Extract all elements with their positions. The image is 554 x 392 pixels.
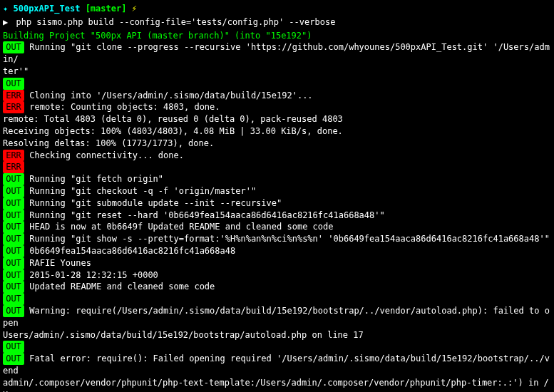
log-line: OUT 2015-01-28 12:32:15 +0000 — [3, 269, 554, 282]
out-tag: OUT — [3, 257, 24, 269]
out-tag: OUT — [3, 78, 24, 90]
log-text: ter'" — [3, 66, 29, 76]
command-text: php sismo.php build --config-file='tests… — [16, 17, 335, 27]
log-text: Receiving objects: 100% (4803/4803), 4.0… — [3, 126, 343, 136]
log-output: OUT Running "git clone --progress --recu… — [3, 41, 554, 392]
log-line: Users/admin/.sismo/data/build/15e192/boo… — [3, 329, 554, 341]
err-tag: ERR — [3, 90, 24, 102]
log-line: remote: Total 4803 (delta 0), reused 0 (… — [3, 113, 554, 125]
out-tag: OUT — [3, 305, 24, 317]
log-line: OUT — [3, 78, 554, 90]
out-tag: OUT — [3, 269, 24, 282]
err-tag: ERR — [3, 101, 24, 113]
log-line: OUT Fatal error: require(): Failed openi… — [3, 353, 554, 377]
log-text: Running "git submodule update --init --r… — [24, 198, 282, 208]
log-line: OUT Running "git show -s --pretty=format… — [3, 233, 554, 245]
err-tag: ERR — [3, 161, 24, 173]
log-line: OUT — [3, 293, 554, 305]
log-text: RAFIE Younes — [24, 258, 91, 268]
log-line: OUT RAFIE Younes — [3, 257, 554, 269]
log-line: OUT Running "git checkout -q -f 'origin/… — [3, 185, 554, 197]
log-text: remote: Total 4803 (delta 0), reused 0 (… — [3, 114, 343, 124]
log-line: admin/.composer/vendor/phpunit/php-text-… — [3, 377, 554, 392]
log-line: OUT Updated README and cleaned some code — [3, 281, 554, 293]
log-text: admin/.composer/vendor/phpunit/php-text-… — [3, 378, 549, 392]
log-text: Running "git clone --progress --recursiv… — [3, 42, 550, 64]
out-tag: OUT — [3, 245, 24, 257]
building-header: Building Project "500px API (master bran… — [3, 30, 554, 42]
lightning-icon: ⚡ — [132, 4, 137, 14]
log-text: Running "git checkout -q -f 'origin/mast… — [24, 186, 256, 196]
prompt-arrow: ▶ — [3, 16, 8, 29]
log-line: Resolving deltas: 100% (1773/1773), done… — [3, 138, 554, 150]
log-text: Running "git show -s --pretty=format:'%H… — [24, 234, 550, 244]
err-tag: ERR — [3, 150, 24, 162]
log-text: 2015-01-28 12:32:15 +0000 — [24, 270, 158, 280]
log-line: OUT — [3, 341, 554, 353]
log-text: 0b6649fea154aaca86d6416ac8216fc41a668a48 — [24, 246, 235, 256]
command-line: ▶ php sismo.php build --config-file='tes… — [3, 16, 554, 29]
out-tag: OUT — [3, 197, 24, 210]
git-branch: [master] — [86, 4, 127, 14]
log-text: HEAD is now at 0b6649f Updated README an… — [24, 222, 333, 232]
log-text: Fatal error: require(): Failed opening r… — [3, 354, 550, 376]
log-text: Cloning into '/Users/admin/.sismo/data/b… — [24, 91, 313, 100]
log-line: ERR Checking connectivity... done. — [3, 150, 554, 162]
shell-prompt: ✦ 500pxAPI_Test [master] ⚡ — [3, 3, 554, 15]
log-line: OUT HEAD is now at 0b6649f Updated READM… — [3, 221, 554, 233]
log-line: OUT Running "git submodule update --init… — [3, 197, 554, 210]
log-line: ERR Cloning into '/Users/admin/.sismo/da… — [3, 90, 554, 102]
prompt-symbol: ✦ — [3, 4, 8, 14]
log-line: OUT 0b6649fea154aaca86d6416ac8216fc41a66… — [3, 245, 554, 257]
log-line: ERR remote: Counting objects: 4803, done… — [3, 101, 554, 113]
log-line: OUT Running "git fetch origin" — [3, 173, 554, 185]
log-text: Running "git fetch origin" — [24, 174, 163, 184]
out-tag: OUT — [3, 233, 24, 245]
out-tag: OUT — [3, 221, 24, 233]
log-line: OUT Running "git reset --hard '0b6649fea… — [3, 210, 554, 222]
out-tag: OUT — [3, 293, 24, 305]
log-text: Running "git reset --hard '0b6649fea154a… — [24, 210, 385, 220]
out-tag: OUT — [3, 353, 24, 365]
log-text: Checking connectivity... done. — [24, 150, 184, 160]
log-text: remote: Counting objects: 4803, done. — [24, 102, 220, 112]
out-tag: OUT — [3, 341, 24, 353]
out-tag: OUT — [3, 210, 24, 222]
log-text: Warning: require(/Users/admin/.sismo/dat… — [3, 306, 550, 328]
out-tag: OUT — [3, 173, 24, 185]
log-text: Updated README and cleaned some code — [24, 282, 215, 292]
log-text: Resolving deltas: 100% (1773/1773), done… — [3, 138, 214, 148]
project-name: 500pxAPI_Test — [13, 4, 80, 14]
out-tag: OUT — [3, 281, 24, 293]
log-line: OUT Running "git clone --progress --recu… — [3, 41, 554, 66]
log-line: ter'" — [3, 66, 554, 78]
log-line: Receiving objects: 100% (4803/4803), 4.0… — [3, 125, 554, 138]
log-line: ERR — [3, 161, 554, 173]
log-line: OUT Warning: require(/Users/admin/.sismo… — [3, 305, 554, 329]
out-tag: OUT — [3, 185, 24, 197]
out-tag: OUT — [3, 41, 24, 53]
log-text: Users/admin/.sismo/data/build/15e192/boo… — [3, 330, 364, 340]
